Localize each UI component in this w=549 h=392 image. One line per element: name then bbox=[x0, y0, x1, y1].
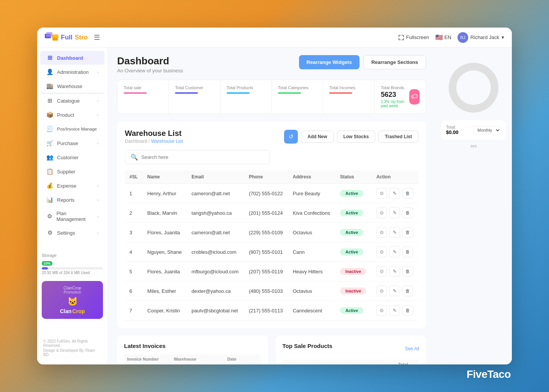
sidebar-item-customer[interactable]: 👥 Customer bbox=[40, 150, 105, 164]
view-button[interactable]: ⊙ bbox=[376, 266, 387, 277]
hamburger-button[interactable]: ☰ bbox=[94, 33, 100, 42]
rearrange-widgets-button[interactable]: Rearrange Widgets bbox=[299, 55, 359, 69]
table-row: 4 Nguyen, Shane crobles@icloud.com (907)… bbox=[125, 242, 418, 262]
breadcrumb: Dashboard / Warehouse List bbox=[125, 139, 183, 144]
cell-name: Henry, Arthur bbox=[143, 184, 187, 203]
right-panel: Total: $0.00 Monthly Weekly Daily ses bbox=[435, 47, 512, 364]
edit-button[interactable]: ✎ bbox=[389, 247, 400, 257]
logo-full: Full bbox=[61, 34, 72, 41]
delete-button[interactable]: 🗑 bbox=[402, 247, 413, 257]
invoices-body: 1002 Uttara Warehouse 2023-05-03 1003 Ut… bbox=[124, 364, 261, 365]
edit-button[interactable]: ✎ bbox=[389, 227, 400, 238]
sidebar-label-plan: Plan Management bbox=[56, 211, 93, 222]
purchase-icon: 🛒 bbox=[46, 140, 53, 147]
view-button[interactable]: ⊙ bbox=[376, 227, 387, 238]
sidebar-item-settings[interactable]: ⚙ Settings › bbox=[40, 226, 105, 240]
edit-button[interactable]: ✎ bbox=[389, 207, 400, 218]
stat-bar-4 bbox=[329, 92, 352, 94]
view-button[interactable]: ⊙ bbox=[376, 286, 387, 296]
right-panel-note: ses bbox=[441, 144, 506, 148]
edit-button[interactable]: ✎ bbox=[389, 188, 400, 199]
cell-status: Active bbox=[335, 242, 372, 262]
view-button[interactable]: ⊙ bbox=[376, 305, 387, 316]
add-new-button[interactable]: Add New bbox=[301, 131, 333, 143]
col-address: Address bbox=[288, 170, 336, 184]
sidebar-item-expense[interactable]: 💰 Expense › bbox=[40, 179, 105, 193]
user-menu-button[interactable]: RJ Richard Jack ▾ bbox=[458, 32, 504, 43]
search-input[interactable] bbox=[141, 154, 265, 160]
header-actions: Rearrange Widgets Rearrange Sections bbox=[299, 55, 426, 69]
low-stocks-button[interactable]: Low Stocks bbox=[337, 131, 376, 143]
delete-button[interactable]: 🗑 bbox=[402, 305, 413, 316]
delete-button[interactable]: 🗑 bbox=[402, 207, 413, 218]
page-title: Dashboard bbox=[117, 55, 183, 67]
warehouse-icon: 🏬 bbox=[46, 83, 53, 90]
period-select[interactable]: Monthly Weekly Daily bbox=[473, 126, 501, 134]
cell-status: Active bbox=[335, 223, 372, 242]
delete-button[interactable]: 🗑 bbox=[402, 188, 413, 199]
action-buttons: ⊙ ✎ 🗑 bbox=[376, 305, 414, 316]
sidebar-item-reports[interactable]: 📊 Reports › bbox=[40, 193, 105, 207]
cell-phone: (207) 555-0119 bbox=[244, 262, 288, 281]
arrow-icon-7: › bbox=[97, 214, 98, 219]
see-all-button[interactable]: See All bbox=[405, 346, 419, 351]
arrow-icon-4: › bbox=[97, 141, 98, 145]
col-sl: #SL bbox=[125, 170, 143, 184]
stat-total-products: Total Products bbox=[221, 80, 272, 113]
stats-bar: Total sale Total Customer Total Products… bbox=[117, 80, 426, 114]
plan-icon: ⚙ bbox=[46, 213, 52, 220]
delete-button[interactable]: 🗑 bbox=[402, 227, 413, 238]
sidebar-item-supplier[interactable]: 📋 Supplier bbox=[40, 165, 105, 178]
product-icon: 📦 bbox=[46, 111, 53, 118]
stat-bar-2 bbox=[227, 92, 250, 94]
cell-name: Black, Marvin bbox=[143, 203, 187, 223]
sidebar-item-product[interactable]: 📦 Product › bbox=[40, 108, 105, 122]
page-header: Dashboard An Overview of your business R… bbox=[117, 55, 426, 74]
stat-total-customer: Total Customer bbox=[169, 80, 220, 113]
edit-button[interactable]: ✎ bbox=[389, 286, 400, 296]
storage-badge: 10% bbox=[42, 261, 52, 266]
language-button[interactable]: 🇺🇸 EN bbox=[435, 34, 451, 41]
storage-used-text: 20.92 MB of 204.6 MB Used bbox=[42, 271, 103, 275]
view-button[interactable]: ⊙ bbox=[376, 247, 387, 257]
view-button[interactable]: ⊙ bbox=[376, 188, 387, 199]
cell-name: Cooper, Kristin bbox=[143, 301, 187, 320]
view-button[interactable]: ⊙ bbox=[376, 207, 387, 218]
table-header: #SL Name Email Phone Address Status Acti… bbox=[125, 170, 418, 184]
cell-action: ⊙ ✎ 🗑 bbox=[372, 203, 418, 223]
sidebar-item-catalogue[interactable]: ⊞ Catalogue › bbox=[40, 94, 105, 108]
svg-rect-3 bbox=[52, 38, 58, 41]
sidebar-item-pos[interactable]: 🧾 Pos/Invoice Manage bbox=[40, 122, 105, 136]
stat-label-2: Total Products bbox=[227, 85, 265, 90]
sidebar-item-dashboard[interactable]: ⊞ Dashboard bbox=[40, 51, 105, 65]
fullscreen-button[interactable]: Fullscreen bbox=[399, 34, 429, 40]
promo-sublabel: Promotion bbox=[46, 290, 98, 294]
sidebar-item-purchase[interactable]: 🛒 Purchase › bbox=[40, 136, 105, 150]
sidebar-item-warehouse[interactable]: 🏬 Warehouse bbox=[40, 79, 105, 93]
sidebar-item-administration[interactable]: 👤 Administration › bbox=[40, 65, 105, 79]
sidebar-item-plan-management[interactable]: ⚙ Plan Management › bbox=[40, 207, 105, 225]
refresh-button[interactable]: ↺ bbox=[284, 130, 298, 144]
delete-button[interactable]: 🗑 bbox=[402, 266, 413, 277]
breadcrumb-current[interactable]: Warehouse List bbox=[151, 139, 183, 144]
stat-total-brands: Total Brands 5623 1.3% Up from past week… bbox=[375, 80, 426, 113]
cell-phone: (229) 555-0109 bbox=[244, 223, 288, 242]
rearrange-sections-button[interactable]: Rearrange Sections bbox=[363, 55, 426, 69]
arrow-icon: › bbox=[97, 70, 98, 74]
footer-dev: Design & Developed By iTeam BD. bbox=[43, 348, 101, 357]
top-sale-title: Top Sale Products bbox=[283, 343, 333, 349]
sidebar-footer: © 2023 FullStro. All Rights Reserved. De… bbox=[37, 335, 108, 361]
promo-card[interactable]: ClanCrop Promotion 🐱 ClanCrop bbox=[42, 281, 103, 319]
action-buttons: ⊙ ✎ 🗑 bbox=[376, 266, 414, 277]
list-item: 1002 Uttara Warehouse 2023-05-03 bbox=[124, 364, 261, 365]
sidebar-label-warehouse: Warehouse bbox=[57, 83, 82, 89]
stat-label-1: Total Customer bbox=[175, 85, 214, 90]
cell-status: Inactive bbox=[335, 262, 372, 281]
trashed-list-button[interactable]: Trashed List bbox=[378, 131, 418, 143]
cell-sl: 2 bbox=[125, 203, 143, 223]
edit-button[interactable]: ✎ bbox=[389, 305, 400, 316]
stat-total-sale: Total sale bbox=[118, 80, 169, 113]
edit-button[interactable]: ✎ bbox=[389, 266, 400, 277]
cell-email: cameron@att.net bbox=[187, 184, 244, 203]
delete-button[interactable]: 🗑 bbox=[402, 286, 413, 296]
